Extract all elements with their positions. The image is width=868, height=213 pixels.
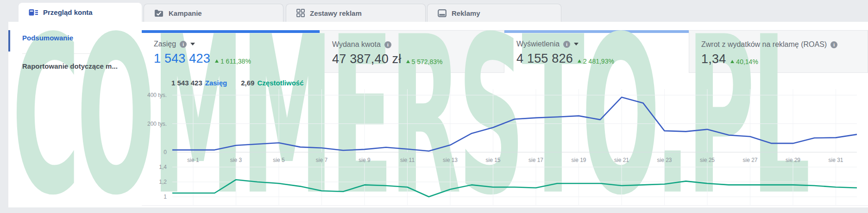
metric-change: 5 572,83% [406,58,443,65]
chevron-down-icon[interactable] [574,43,579,45]
metric-card-wydana-kwota[interactable]: Wydana kwota 47 387,40 zł 5 572,83% [320,30,504,73]
tab-ads[interactable]: Reklamy [427,4,561,22]
metric-value: 1 543 423 [154,52,210,66]
up-arrow-icon [215,59,219,63]
tab-label: Reklamy [452,9,480,17]
account-overview-icon [29,8,38,17]
legend-label: Częstotliwość [257,79,303,87]
metric-label: Zasięg [154,40,176,48]
up-arrow-icon [406,60,410,63]
sidebar-item-podsumowanie[interactable]: Podsumowanie [8,22,142,53]
sidebar-item-label: Podsumowanie [22,34,73,42]
bottom-gap [0,207,868,213]
metric-value: 1,34 [701,52,726,66]
up-arrow-icon [730,60,734,63]
legend-label: Zasięg [205,79,227,87]
metric-label: Wyświetlenia [516,40,560,48]
tab-label: Zestawy reklam [310,9,362,17]
metric-value: 47 387,40 zł [332,52,402,66]
sidebar-item-label: Raportowanie dotyczące m... [22,62,118,70]
metric-change: 1 611,38% [215,58,251,65]
legend-item-zasieg: 1 543 423 Zasięg [171,79,227,87]
metric-label: Wydana kwota [332,40,381,49]
metric-card-zasieg[interactable]: Zasięg 1 543 423 1 611,38% [142,30,320,73]
sidebar: Podsumowanie Raportowanie dotyczące m... [8,22,142,213]
tab-label: Przegląd konta [43,8,93,16]
sidebar-item-raportowanie[interactable]: Raportowanie dotyczące m... [8,54,142,78]
chart-legend: 1 543 423 Zasięg 2,69 Częstotliwość [171,79,304,87]
tab-ad-sets[interactable]: Zestawy reklam [286,4,426,22]
ad-sets-grid-icon [296,9,305,17]
info-icon[interactable] [180,41,187,48]
metric-card-roas[interactable]: Zwrot z wydatków na reklamę (ROAS) 1,34 … [689,30,868,73]
metric-change: 2 481,93% [578,58,614,65]
metric-change: 40,14% [730,58,758,65]
chevron-down-icon[interactable] [190,43,195,45]
metric-value: 4 155 826 [516,52,573,66]
legend-value: 1 543 423 [171,79,202,87]
tab-account-overview[interactable]: Przegląd konta [19,3,142,22]
tab-campaigns[interactable]: Kampanie [144,4,283,22]
campaigns-folder-check-icon [154,9,164,17]
metric-label: Zwrot z wydatków na reklamę (ROAS) [701,40,827,49]
legend-item-czestotliwosc: 2,69 Częstotliwość [241,79,303,87]
metric-card-wyswietlenia[interactable]: Wyświetlenia 4 155 826 2 481,93% [504,30,689,73]
tab-label: Kampanie [169,9,202,17]
info-icon[interactable] [830,41,837,48]
up-arrow-icon [578,59,581,63]
info-icon[interactable] [563,41,570,48]
legend-value: 2,69 [241,79,254,87]
ads-card-icon [438,9,447,17]
active-item-bar [8,30,10,52]
info-icon[interactable] [384,41,391,48]
